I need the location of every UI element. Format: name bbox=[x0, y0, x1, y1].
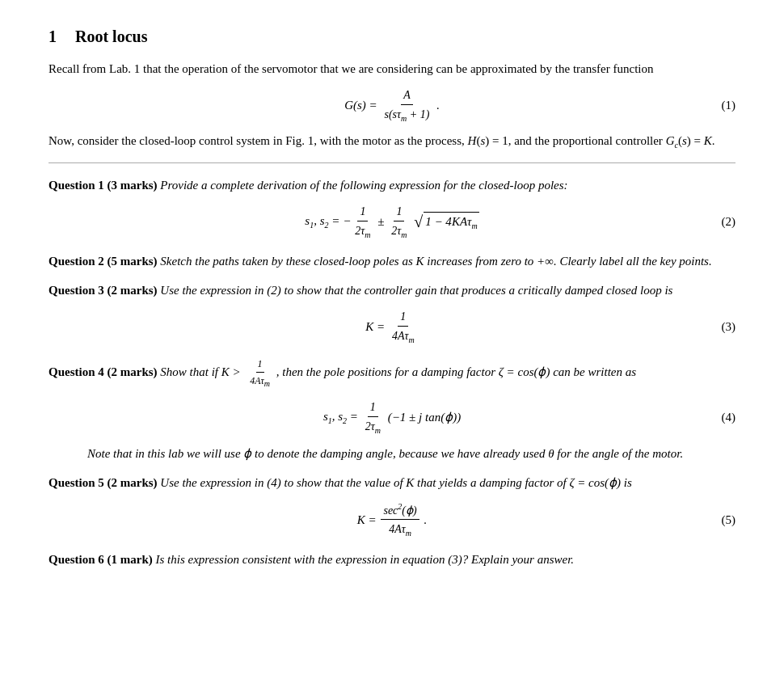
question-2-text: Question 2 (5 marks) Sketch the paths ta… bbox=[48, 252, 736, 271]
equation-4-block: s1, s2 = 1 2τm (−1 ± j tan(ϕ)) (4) bbox=[48, 399, 736, 437]
question-6-text: Question 6 (1 mark) Is this expression c… bbox=[48, 551, 736, 569]
equation-5-block: K = sec2(ϕ) 4Aτm . (5) bbox=[48, 500, 736, 539]
fraction-eq2b: 1 2τm bbox=[389, 203, 409, 241]
sqrt-eq2: √ 1 − 4KAτm bbox=[414, 212, 478, 232]
eq-label-3: (3) bbox=[722, 318, 736, 336]
equation-3: K = 1 4Aτm bbox=[365, 308, 418, 346]
question-2-block: Question 2 (5 marks) Sketch the paths ta… bbox=[48, 252, 736, 271]
question-5-text: Question 5 (2 marks) Use the expression … bbox=[48, 474, 736, 492]
question-4-text: Question 4 (2 marks) Show that if K > 1 … bbox=[48, 356, 736, 390]
fraction-eq5: sec2(ϕ) 4Aτm bbox=[381, 500, 419, 539]
question-3-block: Question 3 (2 marks) Use the expression … bbox=[48, 281, 736, 345]
eq-label-2: (2) bbox=[722, 213, 736, 231]
equation-3-block: K = 1 4Aτm (3) bbox=[48, 308, 736, 346]
note-q4: Note that in this lab we will use ϕ to d… bbox=[87, 445, 736, 463]
question-1-text: Question 1 (3 marks) Provide a complete … bbox=[48, 176, 736, 195]
section-heading: Root locus bbox=[75, 27, 147, 45]
equation-1-block: G(s) = A s(sτm + 1) . (1) bbox=[48, 86, 736, 124]
fraction-eq3: 1 4Aτm bbox=[390, 308, 417, 346]
question-6-block: Question 6 (1 mark) Is this expression c… bbox=[48, 551, 736, 569]
eq-label-4: (4) bbox=[722, 408, 736, 427]
fraction-eq4: 1 2τm bbox=[363, 399, 383, 437]
question-5-block: Question 5 (2 marks) Use the expression … bbox=[48, 474, 736, 539]
equation-2-block: s1, s2 = − 1 2τm ± 1 2τm √ 1 − 4KAτm (2) bbox=[48, 203, 736, 241]
equation-1: G(s) = A s(sτm + 1) . bbox=[344, 86, 440, 124]
equation-5: K = sec2(ϕ) 4Aτm . bbox=[357, 500, 427, 539]
question-1-block: Question 1 (3 marks) Provide a complete … bbox=[48, 176, 736, 240]
intro-para-2: Now, consider the closed-loop control sy… bbox=[48, 132, 736, 151]
section-number: 1 bbox=[48, 27, 57, 45]
section-title: 1 Root locus bbox=[48, 24, 736, 49]
equation-2: s1, s2 = − 1 2τm ± 1 2τm √ 1 − 4KAτm bbox=[305, 203, 478, 241]
eq-label-5: (5) bbox=[722, 511, 736, 529]
question-3-text: Question 3 (2 marks) Use the expression … bbox=[48, 281, 736, 300]
question-4-block: Question 4 (2 marks) Show that if K > 1 … bbox=[48, 356, 736, 462]
fraction-eq2a: 1 2τm bbox=[352, 203, 373, 241]
fraction-eq1: A s(sτm + 1) bbox=[381, 86, 432, 124]
eq-label-1: (1) bbox=[722, 96, 736, 115]
divider bbox=[48, 162, 736, 163]
intro-para-1: Recall from Lab. 1 that the operation of… bbox=[48, 60, 736, 78]
equation-4: s1, s2 = 1 2τm (−1 ± j tan(ϕ)) bbox=[323, 399, 461, 437]
